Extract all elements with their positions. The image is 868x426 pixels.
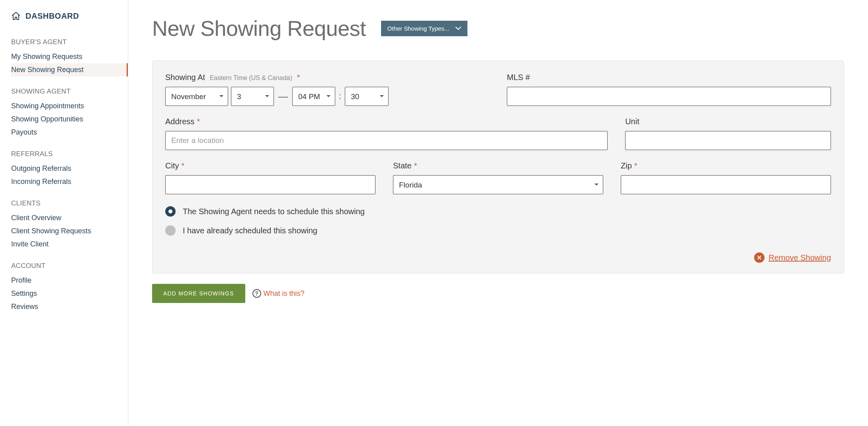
minute-select[interactable]: 30 [345, 87, 389, 106]
state-select[interactable]: Florida [393, 175, 603, 194]
nav-profile[interactable]: Profile [11, 274, 128, 287]
chevron-down-icon [456, 25, 461, 32]
required-asterisk: * [297, 73, 300, 82]
mls-label: MLS # [507, 73, 831, 82]
home-icon [11, 11, 21, 21]
nav-heading: REFERRALS [11, 150, 128, 158]
page-title: New Showing Request [152, 16, 366, 41]
separator-dash: — [277, 91, 289, 102]
day-select[interactable]: 3 [231, 87, 274, 106]
other-showing-types-dropdown[interactable]: Other Showing Types... [381, 21, 468, 36]
separator-colon: : [338, 91, 342, 102]
radio-label: The Showing Agent needs to schedule this… [183, 207, 365, 216]
radio-needs-schedule[interactable]: The Showing Agent needs to schedule this… [165, 206, 831, 217]
radio-already-scheduled[interactable]: I have already scheduled this showing [165, 225, 831, 236]
unit-input[interactable] [625, 131, 831, 150]
what-is-this-label: What is this? [264, 289, 305, 298]
nav-client-showing-requests[interactable]: Client Showing Requests [11, 225, 128, 238]
nav-client-overview[interactable]: Client Overview [11, 211, 128, 225]
radio-label: I have already scheduled this showing [183, 226, 317, 235]
required-asterisk: * [197, 117, 200, 126]
required-asterisk: * [634, 161, 637, 170]
sidebar: DASHBOARD BUYER'S AGENT My Showing Reque… [0, 0, 128, 426]
main-content: New Showing Request Other Showing Types.… [128, 0, 868, 426]
question-icon: ? [252, 289, 261, 298]
required-asterisk: * [414, 161, 417, 170]
showing-at-label: Showing At Eastern Time (US & Canada) * [165, 73, 489, 82]
nav-incoming-referrals[interactable]: Incoming Referrals [11, 175, 128, 188]
unit-label: Unit [625, 117, 831, 126]
remove-showing-link[interactable]: Remove Showing [754, 252, 831, 263]
nav-group-showing-agent: SHOWING AGENT Showing Appointments Showi… [11, 88, 128, 139]
nav-heading: SHOWING AGENT [11, 88, 128, 96]
address-label: Address* [165, 117, 608, 126]
month-select[interactable]: November [165, 87, 228, 106]
nav-group-buyers-agent: BUYER'S AGENT My Showing Requests New Sh… [11, 38, 128, 76]
nav-new-showing-request[interactable]: New Showing Request [11, 63, 128, 76]
nav-outgoing-referrals[interactable]: Outgoing Referrals [11, 162, 128, 175]
city-input[interactable] [165, 175, 375, 194]
required-asterisk: * [181, 161, 184, 170]
radio-dot-icon [165, 225, 176, 236]
nav-payouts[interactable]: Payouts [11, 126, 128, 139]
nav-my-showing-requests[interactable]: My Showing Requests [11, 50, 128, 63]
hour-select[interactable]: 04 PM [292, 87, 335, 106]
other-showing-types-label: Other Showing Types... [387, 25, 450, 32]
remove-showing-label: Remove Showing [768, 253, 831, 262]
dashboard-link[interactable]: DASHBOARD [11, 11, 128, 21]
nav-group-referrals: REFERRALS Outgoing Referrals Incoming Re… [11, 150, 128, 188]
mls-input[interactable] [507, 87, 831, 106]
nav-showing-appointments[interactable]: Showing Appointments [11, 100, 128, 113]
nav-group-clients: CLIENTS Client Overview Client Showing R… [11, 199, 128, 251]
zip-input[interactable] [621, 175, 831, 194]
nav-heading: BUYER'S AGENT [11, 38, 128, 46]
city-label: City* [165, 161, 375, 170]
nav-settings[interactable]: Settings [11, 287, 128, 300]
nav-heading: ACCOUNT [11, 262, 128, 270]
what-is-this-link[interactable]: ? What is this? [252, 289, 305, 298]
nav-reviews[interactable]: Reviews [11, 300, 128, 313]
showing-form-card: Showing At Eastern Time (US & Canada) * … [152, 61, 844, 274]
dashboard-label: DASHBOARD [25, 12, 79, 21]
add-more-showings-button[interactable]: ADD MORE SHOWINGS [152, 284, 245, 303]
radio-dot-icon [165, 206, 176, 217]
address-input[interactable] [165, 131, 608, 150]
nav-group-account: ACCOUNT Profile Settings Reviews [11, 262, 128, 313]
nav-heading: CLIENTS [11, 199, 128, 207]
nav-invite-client[interactable]: Invite Client [11, 238, 128, 251]
zip-label: Zip* [621, 161, 831, 170]
nav-showing-opportunities[interactable]: Showing Opportunities [11, 113, 128, 126]
timezone-label: Eastern Time (US & Canada) [210, 74, 292, 81]
close-icon [754, 252, 764, 263]
state-label: State* [393, 161, 603, 170]
